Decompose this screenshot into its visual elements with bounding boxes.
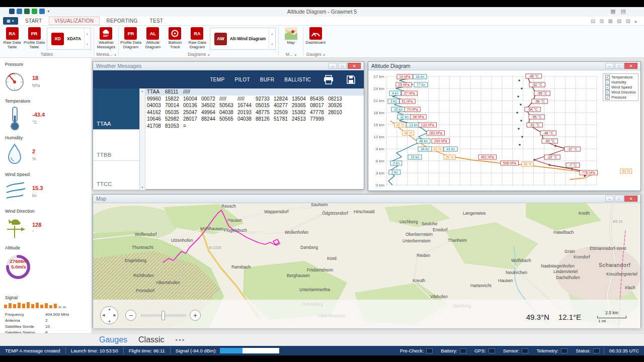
save-button[interactable] — [346, 75, 356, 84]
zoom-in-button[interactable]: + — [190, 310, 201, 321]
message-table-cell: 04003 — [145, 102, 164, 109]
collapse-ribbon-icon[interactable]: ▴ — [634, 18, 637, 24]
minimize-button[interactable]: – — [605, 196, 614, 202]
legend-checkbox[interactable]: ✓ — [605, 95, 610, 100]
zoom-slider[interactable] — [140, 314, 187, 317]
message-type-list: TTAATTBBTTCC — [93, 88, 140, 190]
message-list-item-ttcc[interactable]: TTCC — [93, 161, 139, 190]
layout-icon[interactable]: ▤ — [621, 8, 626, 15]
temp-button[interactable]: TEMP — [210, 77, 224, 82]
gallery-scroll-arrows[interactable]: ▲▼ — [84, 28, 89, 49]
map-button[interactable]: Map — [280, 27, 302, 45]
profile-data-table-button[interactable]: PR Profile Data Table — [23, 27, 45, 49]
legend-checkbox[interactable]: ✓ — [605, 90, 610, 95]
pan-up-icon[interactable]: ▲ — [108, 307, 111, 311]
legend-item-humidity[interactable]: ✓Humidity — [605, 80, 636, 84]
zoom-out-button[interactable]: − — [125, 310, 136, 321]
pan-right-icon[interactable]: ▶ — [114, 313, 116, 317]
map-label: Flügelsbuch — [224, 228, 247, 233]
dashboard-button[interactable]: Dashboard — [304, 27, 327, 45]
frequency-stat: Frequency404.909 MHz — [0, 312, 92, 317]
legend-checkbox[interactable]: ✓ — [605, 85, 610, 89]
maximize-button[interactable]: □ — [615, 196, 623, 202]
message-list-scrollbar[interactable]: ▲▼ — [140, 88, 145, 190]
legend-checkbox[interactable]: ✓ — [605, 80, 610, 84]
ribbon-tab-reporting[interactable]: REPORTING — [102, 17, 143, 25]
pan-down-icon[interactable]: ▼ — [108, 320, 111, 323]
chart-annotation: -52 °C — [532, 83, 542, 86]
group-label-map: M... — [286, 52, 293, 57]
ballistic-button[interactable]: BALLISTIC — [284, 77, 311, 82]
weather-messages-titlebar[interactable]: Weather Messages – □ ✕ — [93, 62, 364, 70]
map-label: Unterlammertha — [299, 287, 330, 292]
zoom-slider-handle[interactable] — [162, 311, 165, 320]
message-table-cell: 41708 — [145, 123, 164, 130]
window-layout-2-icon[interactable]: ▥ — [599, 18, 604, 24]
status-indicator-box — [593, 348, 600, 353]
map-label: Kreith — [579, 211, 590, 216]
legend-checkbox[interactable]: ✓ — [605, 75, 610, 79]
temperature-gauge: Temperature -43.4 °C — [0, 99, 92, 134]
profile-data-diagram-button[interactable]: PR Profile Data Diagram — [120, 27, 142, 49]
legend-item-temperature[interactable]: ✓Temperature — [605, 75, 636, 79]
legend-item-wind-direction[interactable]: ✓Wind Direction — [605, 90, 636, 95]
message-list-item-ttbb[interactable]: TTBB — [93, 130, 139, 161]
chart-annotation: 133 hPa — [421, 123, 434, 127]
maximize-button[interactable]: □ — [338, 63, 347, 69]
weather-messages-button[interactable]: Weather Messages — [95, 27, 117, 49]
map-label: Oberbernstein — [406, 232, 433, 237]
ribbon-tab-start[interactable]: START — [20, 17, 47, 25]
message-list-item-ttaa[interactable]: TTAA — [93, 88, 139, 130]
close-button[interactable]: ✕ — [624, 196, 637, 202]
tab-classic[interactable]: Classic — [138, 335, 165, 344]
status-indicator-box — [460, 348, 466, 353]
chart-annotation: 11 kn — [400, 115, 409, 119]
close-button[interactable]: ✕ — [348, 63, 361, 69]
bufr-button[interactable]: BUFR — [260, 77, 274, 82]
message-table-cell: 15382 — [290, 109, 308, 116]
satellites-sonde-stat: Satellites Sonde10 — [0, 324, 92, 329]
raw-data-diagram-button[interactable]: RA Raw Data Diagram — [186, 27, 208, 49]
close-button[interactable]: ✕ — [624, 63, 637, 69]
map-label: Seulohe — [422, 221, 437, 226]
gallery-scroll-arrows[interactable]: ▲▼ — [269, 28, 273, 49]
map-titlebar[interactable]: Map – □ ✕ — [93, 195, 640, 203]
altitude-diagram-button[interactable]: AL Altitude Diagram — [142, 27, 164, 49]
style-switch-icon[interactable]: ▦ — [610, 8, 615, 15]
balloon-track-button[interactable]: Balloon Track — [164, 27, 186, 49]
map-canvas[interactable]: ReuschWappersdorfSauheimHausenÖdgötzendo… — [93, 203, 640, 328]
dialog-launcher-icon[interactable]: ◢ — [207, 53, 209, 56]
map-label: Ensdorf — [433, 227, 448, 232]
map-pan-control[interactable]: ▲ ▼ ◀ ▶ — [100, 306, 118, 324]
legend-item-wind-speed[interactable]: ✓Wind Speed — [605, 85, 636, 89]
raw-data-table-button[interactable]: RA Raw Data Table — [1, 27, 23, 49]
chart-annotation: 77 kn — [417, 83, 425, 86]
window-layout-1-icon[interactable]: ▤ — [591, 18, 595, 24]
chart-annotation: -7 °C — [569, 163, 577, 167]
map-label: Langenwies — [463, 211, 486, 216]
maximize-button[interactable]: □ — [615, 63, 623, 69]
more-tabs-button[interactable]: ••• — [176, 336, 186, 344]
pan-left-icon[interactable]: ◀ — [102, 313, 105, 317]
window-layout-4-icon[interactable]: ▧ — [617, 18, 621, 24]
minimize-button[interactable]: – — [605, 63, 614, 69]
ribbon-tab-test[interactable]: TEST — [145, 17, 169, 25]
dialog-launcher-icon[interactable]: ◢ — [323, 53, 325, 56]
message-table-cell: 13504 — [290, 96, 308, 103]
dialog-launcher-icon[interactable]: ◢ — [294, 53, 296, 56]
file-menu-button[interactable]: ▦▼ — [3, 17, 18, 25]
tab-gauges[interactable]: Gauges — [99, 335, 127, 344]
window-layout-3-icon[interactable]: ▦ — [608, 18, 613, 24]
ribbon-tab-visualization[interactable]: VISUALIZATION — [49, 17, 99, 25]
dialog-launcher-icon[interactable]: ◢ — [114, 53, 116, 56]
thermometer-icon — [4, 106, 27, 132]
ribbon-group-map: Map M...◢ — [280, 26, 302, 57]
print-button[interactable] — [323, 75, 334, 84]
altitude-diagram-titlebar[interactable]: Altitude Diagram – □ ✕ — [368, 62, 640, 70]
legend-item-pressure[interactable]: ✓Pressure — [605, 95, 636, 100]
window-cascade-icon[interactable]: ▨ — [626, 18, 630, 24]
xdata-gallery[interactable]: XD XDATA ▲▼ — [47, 28, 91, 50]
alt-wind-diagram-gallery[interactable]: AW Alt-Wind Diagram ▲▼ — [210, 28, 276, 50]
minimize-button[interactable]: – — [329, 63, 337, 69]
pilot-button[interactable]: PILOT — [234, 77, 250, 82]
